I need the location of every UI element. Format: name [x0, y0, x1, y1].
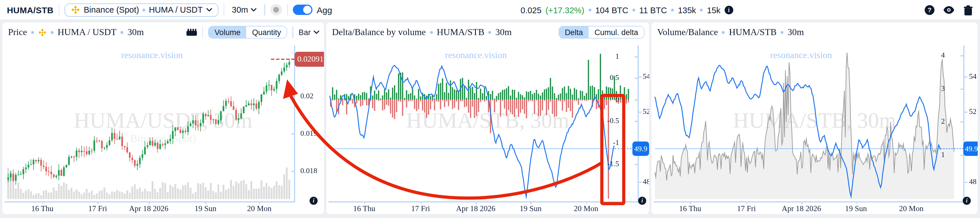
- binance-icon: [71, 5, 80, 14]
- panel-pair: HUMA/STB: [437, 27, 484, 37]
- y-axis-label: 52: [969, 107, 977, 116]
- toggle-option-volume[interactable]: Volume: [209, 27, 246, 38]
- y-axis-label: -1: [602, 138, 619, 147]
- y-axis-tick: [635, 121, 638, 122]
- chevron-down-icon: [251, 8, 257, 11]
- chevron-down-icon: [313, 30, 319, 34]
- dot-separator: [142, 8, 145, 11]
- x-axis-tick: [42, 201, 43, 204]
- y-axis-label: 3: [928, 84, 945, 93]
- x-axis-tick: [531, 201, 531, 204]
- stat-trades-delta: 15k: [707, 5, 721, 15]
- toggle-option-quantity[interactable]: Quantity: [246, 27, 287, 38]
- dot-separator: [430, 31, 433, 34]
- timeframe-dropdown[interactable]: 30m: [232, 5, 256, 14]
- stat-volume-delta: 11 BTC: [639, 5, 667, 15]
- panel-timeframe: 30m: [788, 27, 804, 37]
- delta-mode-toggle[interactable]: Delta Cumul. delta: [558, 26, 644, 38]
- market-selector-dropdown[interactable]: Binance (Spot) HUMA / USDT: [65, 3, 218, 16]
- balance-level-badge: 49.9: [632, 142, 649, 156]
- y-axis-label: 48: [643, 177, 649, 186]
- dot-separator: [671, 9, 674, 11]
- y-axis-tick: [635, 100, 638, 100]
- x-axis-label: 16 Thu: [679, 204, 701, 213]
- panel-timeframe: 30m: [495, 27, 512, 37]
- exchange-label: Binance (Spot): [84, 5, 139, 14]
- x-axis-label: 19 Sun: [845, 204, 867, 213]
- x-axis-label: Apr 18 2026: [782, 204, 821, 213]
- volume-quantity-toggle[interactable]: Volume Quantity: [208, 26, 287, 38]
- y-axis-tick: [291, 171, 294, 172]
- x-axis-line: [654, 201, 964, 202]
- toolbar-actions: ?: [925, 0, 973, 20]
- eye-icon[interactable]: [943, 6, 955, 14]
- y-axis-label: 0.018: [300, 166, 317, 175]
- y-axis-label: 0: [602, 95, 619, 104]
- symbol-label: HUMA/STB: [7, 5, 54, 15]
- x-axis-label: 20 Mon: [247, 204, 272, 213]
- divider: [287, 4, 288, 16]
- delta-chart-canvas[interactable]: [326, 22, 649, 214]
- last-price-badge: 0.02091: [294, 52, 324, 67]
- dot-separator: [781, 31, 783, 34]
- info-icon[interactable]: i: [638, 197, 646, 205]
- y-axis-tick: [635, 56, 638, 57]
- info-icon[interactable]: i: [963, 197, 971, 205]
- record-button[interactable]: [270, 4, 282, 16]
- y-axis-tick: [635, 164, 638, 165]
- divider: [59, 4, 60, 16]
- y-axis-label: 4: [928, 51, 945, 60]
- y-axis-label: 0.5: [602, 73, 619, 82]
- stat-change: (+17.32%): [546, 5, 585, 15]
- y-axis-tick: [638, 182, 641, 183]
- last-price-dashed-line: [271, 58, 294, 60]
- divider: [264, 4, 265, 16]
- x-axis-tick: [205, 201, 206, 204]
- dot-separator: [31, 31, 34, 34]
- agg-toggle[interactable]: [293, 5, 313, 15]
- info-icon[interactable]: i: [310, 197, 318, 205]
- x-axis-tick: [476, 201, 476, 204]
- x-axis-label: 17 Fri: [737, 204, 756, 213]
- trading-dashboard: HUMA/STB Binance (Spot) HUMA / USDT 30m: [0, 0, 980, 218]
- dot-separator: [700, 9, 703, 11]
- x-axis-tick: [586, 201, 587, 204]
- y-axis-tick: [960, 155, 963, 156]
- divider: [223, 4, 224, 16]
- y-axis-tick: [635, 77, 638, 79]
- y-axis-tick: [638, 112, 641, 112]
- x-axis-tick: [912, 201, 912, 204]
- x-axis-label: 20 Mon: [899, 204, 924, 213]
- ruler-icon[interactable]: [186, 28, 197, 36]
- panel-pair: HUMA/STB: [729, 27, 776, 37]
- stat-trades: 135k: [678, 5, 696, 15]
- x-axis-tick: [802, 201, 802, 204]
- x-axis-label: Apr 18 2026: [456, 204, 495, 213]
- y-axis-label: 1: [928, 150, 945, 160]
- info-icon[interactable]: i: [725, 6, 733, 14]
- y-axis-label: 48: [969, 177, 977, 186]
- chart-style-dropdown[interactable]: Bar: [299, 28, 319, 36]
- delta-balance-panel: HUMA/STB, 30m resonance.vision Delta/Bal…: [326, 22, 649, 214]
- dot-separator: [121, 31, 123, 34]
- toggle-option-delta[interactable]: Delta: [559, 27, 589, 38]
- toggle-option-cumul-delta[interactable]: Cumul. delta: [589, 27, 644, 38]
- price-chart-canvas[interactable]: [2, 22, 324, 214]
- dot-separator: [722, 31, 725, 34]
- balance-level-badge: 49.9: [963, 142, 978, 156]
- stat-price: 0.025: [520, 5, 542, 15]
- timeframe-label: 30m: [232, 5, 248, 14]
- volume-balance-panel: HUMA/STB, 30m resonance.vision Volume/Ba…: [651, 22, 978, 214]
- y-axis-tick: [960, 122, 963, 122]
- panel-timeframe: 30m: [127, 27, 144, 37]
- trash-icon[interactable]: [963, 5, 973, 15]
- y-axis-label: -0.5: [602, 116, 619, 125]
- dot-separator: [488, 31, 492, 34]
- y-axis-tick: [291, 96, 294, 97]
- y-axis-label: 0.019: [300, 129, 317, 138]
- y-axis-label: 54: [643, 72, 649, 81]
- y-axis-line: [963, 46, 964, 201]
- x-axis-line: [5, 201, 295, 202]
- help-icon[interactable]: ?: [925, 5, 934, 15]
- binance-icon: [38, 28, 47, 36]
